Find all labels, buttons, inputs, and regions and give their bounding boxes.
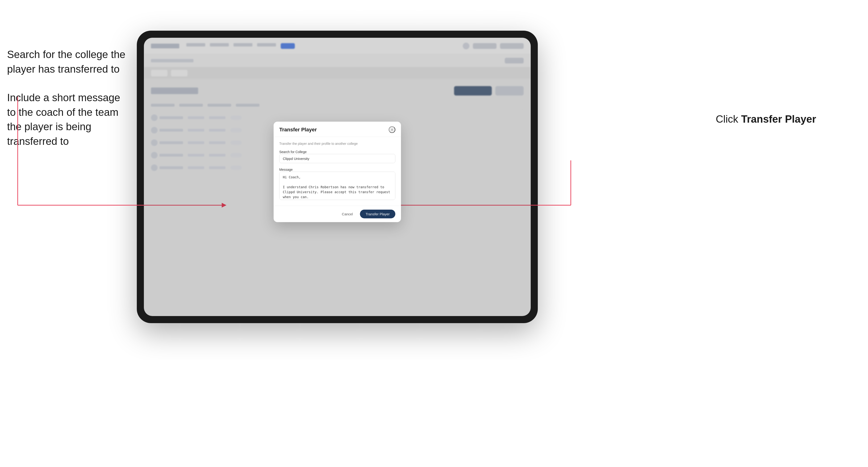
transfer-player-button[interactable]: Transfer Player xyxy=(360,210,395,218)
message-label: Message xyxy=(279,168,293,172)
transfer-player-dialog: Transfer Player × Transfer the player an… xyxy=(274,122,401,222)
dialog-close-button[interactable]: × xyxy=(389,126,395,133)
dialog-footer: Cancel Transfer Player xyxy=(274,206,401,222)
annotation-click-text: Click xyxy=(716,113,741,125)
tablet-frame: Transfer Player × Transfer the player an… xyxy=(137,31,538,323)
annotation-right-panel: Click Transfer Player xyxy=(716,113,816,125)
dialog-header: Transfer Player × xyxy=(274,122,401,137)
annotation-search-text: Search for the college the player has tr… xyxy=(7,47,130,76)
dialog-subtitle: Transfer the player and their profile to… xyxy=(279,142,395,146)
dialog-title: Transfer Player xyxy=(279,127,317,133)
message-textarea[interactable] xyxy=(279,172,395,200)
annotation-left-panel: Search for the college the player has tr… xyxy=(7,47,130,163)
modal-overlay: Transfer Player × Transfer the player an… xyxy=(144,38,531,316)
annotation-transfer-bold: Transfer Player xyxy=(741,113,816,125)
search-college-label: Search for College xyxy=(279,150,307,154)
cancel-button[interactable]: Cancel xyxy=(338,210,356,218)
dialog-body: Transfer the player and their profile to… xyxy=(274,137,401,206)
annotation-message-text: Include a short message to the coach of … xyxy=(7,90,130,148)
tablet-screen: Transfer Player × Transfer the player an… xyxy=(144,38,531,316)
search-college-input[interactable] xyxy=(279,154,395,163)
